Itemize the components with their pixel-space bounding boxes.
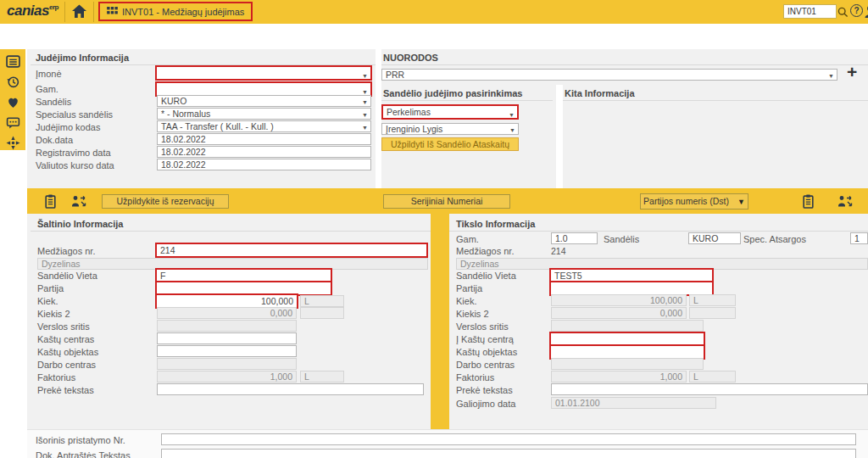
src-qty-unit: L xyxy=(300,295,344,307)
dok-data-input[interactable]: 18.02.2022 xyxy=(157,133,371,145)
src-factor-input: 1,000 xyxy=(157,371,297,383)
tgt-business-label: Verslos sritis xyxy=(456,321,509,332)
topbar-divider xyxy=(64,2,65,22)
add-reference-button[interactable]: + xyxy=(847,63,857,81)
user-icon[interactable] xyxy=(865,5,868,19)
serial-numbers-button[interactable]: Serijiniai Numeriai xyxy=(383,194,510,209)
judejimo-kodas-select[interactable]: TAA - Transfer ( Kull. - Kull. ) xyxy=(157,120,371,132)
src-costobject-input[interactable] xyxy=(157,345,297,357)
imone-label: Įmonė xyxy=(36,69,62,79)
sandelis-label: Sandėlis xyxy=(36,97,71,107)
tab-label: INVT01 - Medžiagų judėjimas xyxy=(122,7,244,17)
dok-data-label: Dok.data xyxy=(36,135,73,145)
fill-from-warehouse-reports-button[interactable]: Užpildyti Iš Sandėlio Ataskaitų xyxy=(381,137,519,151)
src-business-label: Verslos sritis xyxy=(37,321,90,332)
tgt-validity-input: 01.01.2100 xyxy=(551,397,716,409)
divider xyxy=(381,64,868,65)
registravimo-input[interactable]: 18.02.2022 xyxy=(157,146,371,158)
tgt-factor-unit: L xyxy=(689,371,736,383)
imone-select[interactable] xyxy=(155,65,372,81)
favorites-icon[interactable] xyxy=(6,95,20,109)
src-qty2-label: Kiekis 2 xyxy=(37,309,70,319)
tgt-costobject-label: Kaštų objektas xyxy=(456,347,517,357)
tgt-workcenter-input xyxy=(551,358,704,370)
src-qty-label: Kiek. xyxy=(37,296,58,306)
movement-panel-title: Judėjimo Informacija xyxy=(36,53,129,63)
src-costcenter-input[interactable] xyxy=(157,332,297,344)
tgt-qty2-input: 0,000 xyxy=(551,307,687,319)
topbar-divider2 xyxy=(93,2,94,22)
menu-icon[interactable] xyxy=(6,54,20,69)
tgt-location-label: Sandėlio Vieta xyxy=(456,271,516,281)
tgt-spec-label: Spec. Atsargos xyxy=(743,234,806,244)
selection-title: Sandėlio judėjimo pasirinkimas xyxy=(383,88,522,98)
device-level-select[interactable]: Įrenginio Lygis xyxy=(381,123,519,135)
src-material-input[interactable]: 214 xyxy=(155,243,428,258)
stock-transfer-icon[interactable] xyxy=(71,194,87,212)
target-panel-title: Tikslo Informacija xyxy=(456,219,535,229)
logo-text: canias xyxy=(7,3,49,19)
navigate-icon[interactable] xyxy=(6,136,20,150)
home-button[interactable] xyxy=(71,4,86,19)
tgt-factor-label: Faktorius xyxy=(456,372,494,383)
doc-header-text-input[interactable] xyxy=(161,449,856,458)
top-bar: caniaserp INVT01 - Medžiagų judėjimas ? xyxy=(0,0,868,24)
reference-select[interactable]: PRR xyxy=(381,69,837,81)
history-icon[interactable] xyxy=(6,75,20,89)
tgt-warehouse-label: Sandėlis xyxy=(604,234,639,244)
batch-number-label: Partijos numeris (Dst) xyxy=(643,196,729,206)
src-costobject-label: Kaštų objektas xyxy=(37,347,98,357)
valiutos-input[interactable]: 18.02.2022 xyxy=(157,159,371,170)
tgt-material-label: Medžiagos nr. xyxy=(456,246,514,256)
gam-label: Gam. xyxy=(36,84,58,94)
src-workcenter-label: Darbo centras xyxy=(37,360,96,370)
tgt-itemtext-input[interactable] xyxy=(551,383,868,395)
clipboard-icon[interactable] xyxy=(44,194,57,212)
app-window: caniaserp INVT01 - Medžiagų judėjimas ? … xyxy=(0,0,868,458)
panel-gap xyxy=(376,49,381,188)
fill-from-reservations-button[interactable]: Užpildykite iš rezervacijų xyxy=(102,194,229,209)
src-itemtext-input[interactable] xyxy=(157,383,424,395)
tab-invt01[interactable]: INVT01 - Medžiagų judėjimas xyxy=(98,2,253,21)
search-icon[interactable] xyxy=(837,6,848,16)
registravimo-label: Registravimo data xyxy=(36,148,111,158)
chevron-down-icon: ▼ xyxy=(737,198,745,206)
comments-icon[interactable] xyxy=(6,115,20,130)
sidebar xyxy=(0,49,25,150)
title-bar: Išteklių judėjimai ✓ xyxy=(0,24,868,49)
tgt-gam-label: Gam. xyxy=(456,234,479,244)
tgt-qty2-label: Kiekis 2 xyxy=(456,309,489,319)
tgt-warehouse-input[interactable]: KURO xyxy=(688,232,741,244)
tgt-costcenter-label: Į Kaštų centrą xyxy=(456,334,514,344)
src-qty2-input: 0,000 xyxy=(157,307,297,319)
tgt-qty-unit: L xyxy=(689,294,736,306)
sandelis-select[interactable]: KURO xyxy=(157,95,371,107)
help-icon[interactable]: ? xyxy=(850,4,863,17)
tgt-business-input xyxy=(551,320,704,332)
tgt-material-value: 214 xyxy=(551,246,566,256)
batch-number-dropdown[interactable]: Partijos numeris (Dst)▼ xyxy=(640,193,748,209)
divider xyxy=(31,231,431,232)
src-material-label: Medžiagos nr. xyxy=(37,246,95,256)
src-factor-unit: L xyxy=(300,371,344,383)
search-input[interactable] xyxy=(783,4,837,19)
other-info-title: Kita Informacija xyxy=(565,88,635,98)
external-delivery-input[interactable] xyxy=(161,433,856,445)
src-workcenter-input xyxy=(157,358,297,370)
tgt-qty-label: Kiek. xyxy=(456,296,476,306)
movement-type-select[interactable]: Perkelimas xyxy=(381,104,519,120)
stock-transfer-icon-2[interactable] xyxy=(837,194,854,212)
specialus-select[interactable]: * - Normalus xyxy=(157,108,371,120)
valiutos-label: Valiutos kurso data xyxy=(36,160,114,170)
src-factor-label: Faktorius xyxy=(37,372,75,383)
nuorodos-title: NUORODOS xyxy=(383,53,438,63)
divider xyxy=(449,231,868,232)
tgt-gam-input[interactable]: 1.0 xyxy=(551,232,598,244)
tgt-spec-input[interactable]: 1 xyxy=(850,232,868,244)
clipboard-icon-2[interactable] xyxy=(802,194,815,212)
tgt-validity-label: Galiojimo data xyxy=(456,399,515,409)
src-itemtext-label: Prekė tekstas xyxy=(37,385,94,395)
tgt-qty2-unit xyxy=(689,307,736,319)
panel-yellow-divider xyxy=(431,214,449,430)
src-location-label: Sandėlio Vieta xyxy=(37,271,97,281)
